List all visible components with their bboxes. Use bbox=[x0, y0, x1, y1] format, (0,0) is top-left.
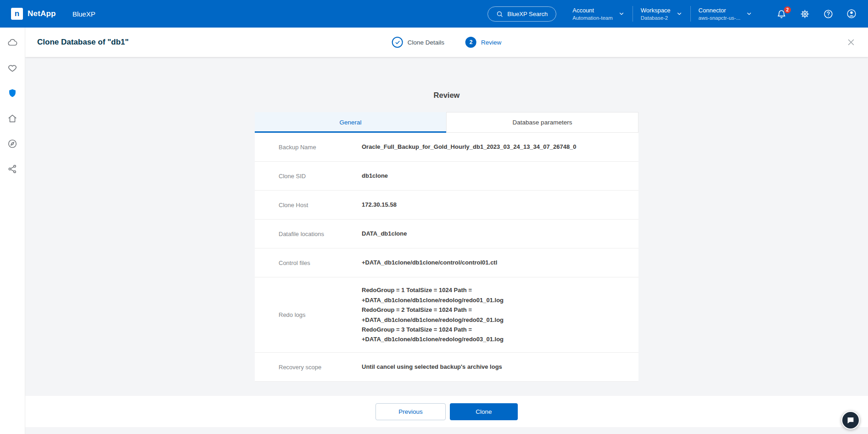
settings-button[interactable] bbox=[799, 9, 810, 19]
row-value: DATA_db1clone bbox=[362, 229, 416, 238]
help-button[interactable] bbox=[823, 9, 834, 19]
workspace-menu[interactable]: Workspace Database-2 bbox=[633, 7, 690, 21]
chevron-down-icon bbox=[618, 11, 625, 17]
sidebar-item-explorer[interactable] bbox=[7, 139, 17, 149]
netapp-logo: n bbox=[11, 8, 23, 20]
row-value: +DATA_db1clone/db1clone/control/control0… bbox=[362, 258, 506, 267]
row-value: Until cancel using selected backup's arc… bbox=[362, 362, 511, 372]
table-row: Backup Name Oracle_Full_Backup_for_Gold_… bbox=[255, 133, 638, 162]
table-row: Redo logs RedoGroup = 1 TotalSize = 1024… bbox=[255, 277, 638, 353]
tab-database-parameters[interactable]: Database parameters bbox=[446, 112, 638, 133]
left-sidebar bbox=[0, 28, 25, 434]
row-label: Recovery scope bbox=[279, 364, 362, 371]
user-account-button[interactable] bbox=[846, 9, 857, 19]
previous-button[interactable]: Previous bbox=[375, 403, 446, 420]
connector-menu-label: Connector bbox=[699, 7, 740, 14]
shield-icon bbox=[7, 88, 17, 98]
sidebar-item-mobility[interactable] bbox=[7, 113, 17, 124]
step-label: Review bbox=[481, 39, 501, 46]
row-value: db1clone bbox=[362, 171, 397, 180]
sidebar-item-storage[interactable] bbox=[7, 38, 17, 48]
top-navigation-bar: n NetApp BlueXP BlueXP Search Account Au… bbox=[0, 0, 868, 28]
topbar-menus: Account Automation-team Workspace Databa… bbox=[565, 6, 760, 22]
user-icon bbox=[846, 9, 857, 19]
help-icon bbox=[823, 9, 833, 19]
connector-menu-value: aws-snapctr-us-... bbox=[699, 15, 740, 21]
row-value: Oracle_Full_Backup_for_Gold_Hourly_db1_2… bbox=[362, 142, 586, 152]
notifications-button[interactable]: 2 bbox=[776, 9, 787, 19]
chevron-down-icon bbox=[746, 11, 752, 17]
row-label: Clone Host bbox=[279, 202, 362, 209]
account-menu[interactable]: Account Automation-team bbox=[565, 7, 633, 21]
review-panel: General Database parameters Backup Name … bbox=[255, 112, 638, 382]
search-label: BlueXP Search bbox=[507, 11, 548, 17]
step-clone-details[interactable]: Clone Details bbox=[392, 37, 444, 48]
netapp-logo-letter: n bbox=[15, 9, 19, 18]
bluexp-search-button[interactable]: BlueXP Search bbox=[487, 6, 556, 22]
review-table: Backup Name Oracle_Full_Backup_for_Gold_… bbox=[255, 133, 638, 382]
chat-launcher-button[interactable] bbox=[841, 411, 860, 429]
main-area: Clone Database of "db1" Clone Details 2 … bbox=[25, 28, 868, 434]
table-row: Control files +DATA_db1clone/db1clone/co… bbox=[255, 248, 638, 277]
brand-name: NetApp bbox=[28, 9, 56, 18]
bluexp-app: n NetApp BlueXP BlueXP Search Account Au… bbox=[0, 0, 868, 434]
notification-badge: 2 bbox=[784, 6, 791, 13]
sidebar-item-extensions[interactable] bbox=[7, 164, 17, 174]
table-row: Datafile locations DATA_db1clone bbox=[255, 220, 638, 248]
share-nodes-icon bbox=[7, 164, 17, 174]
step-done-circle bbox=[392, 37, 403, 48]
workspace-menu-value: Database-2 bbox=[641, 15, 671, 21]
row-value: RedoGroup = 1 TotalSize = 1024 Path = +D… bbox=[362, 285, 513, 344]
wizard-header: Clone Database of "db1" Clone Details 2 … bbox=[25, 28, 868, 57]
cloud-icon bbox=[7, 38, 17, 48]
row-label: Datafile locations bbox=[279, 231, 362, 237]
gear-icon bbox=[800, 9, 810, 19]
sidebar-item-protection[interactable] bbox=[7, 88, 17, 98]
row-label: Redo logs bbox=[279, 311, 362, 318]
sidebar-item-health[interactable] bbox=[7, 63, 17, 73]
workspace-menu-label: Workspace bbox=[641, 7, 671, 14]
table-row: Recovery scope Until cancel using select… bbox=[255, 353, 638, 382]
topbar-right-controls: BlueXP Search Account Automation-team Wo… bbox=[487, 6, 857, 22]
clone-button[interactable]: Clone bbox=[450, 403, 518, 420]
step-number-circle: 2 bbox=[465, 37, 476, 48]
chat-bubble-icon bbox=[846, 416, 855, 424]
search-icon bbox=[496, 11, 503, 17]
product-name: BlueXP bbox=[73, 10, 95, 18]
page-title: Clone Database of "db1" bbox=[37, 38, 129, 47]
row-label: Clone SID bbox=[279, 173, 362, 180]
heart-icon bbox=[7, 63, 17, 73]
row-label: Backup Name bbox=[279, 144, 362, 151]
tab-general[interactable]: General bbox=[255, 112, 446, 133]
step-label: Clone Details bbox=[408, 39, 444, 46]
close-wizard-button[interactable] bbox=[846, 37, 856, 47]
table-row: Clone Host 172.30.15.58 bbox=[255, 191, 638, 220]
connector-menu[interactable]: Connector aws-snapctr-us-... bbox=[691, 7, 760, 21]
compass-icon bbox=[7, 139, 17, 149]
step-review[interactable]: 2 Review bbox=[465, 37, 501, 48]
row-value: 172.30.15.58 bbox=[362, 200, 406, 209]
wizard-footer: Previous Clone bbox=[25, 396, 868, 427]
account-menu-value: Automation-team bbox=[572, 15, 613, 21]
table-row: Clone SID db1clone bbox=[255, 162, 638, 191]
review-heading: Review bbox=[25, 91, 868, 100]
home-icon bbox=[7, 113, 17, 124]
review-tabs: General Database parameters bbox=[255, 112, 638, 133]
check-icon bbox=[394, 39, 400, 45]
account-menu-label: Account bbox=[572, 7, 613, 14]
row-label: Control files bbox=[279, 259, 362, 266]
close-icon bbox=[846, 37, 856, 47]
wizard-content: Review General Database parameters Backu… bbox=[25, 57, 868, 396]
chevron-down-icon bbox=[676, 11, 683, 17]
wizard-stepper: Clone Details 2 Review bbox=[392, 28, 502, 57]
